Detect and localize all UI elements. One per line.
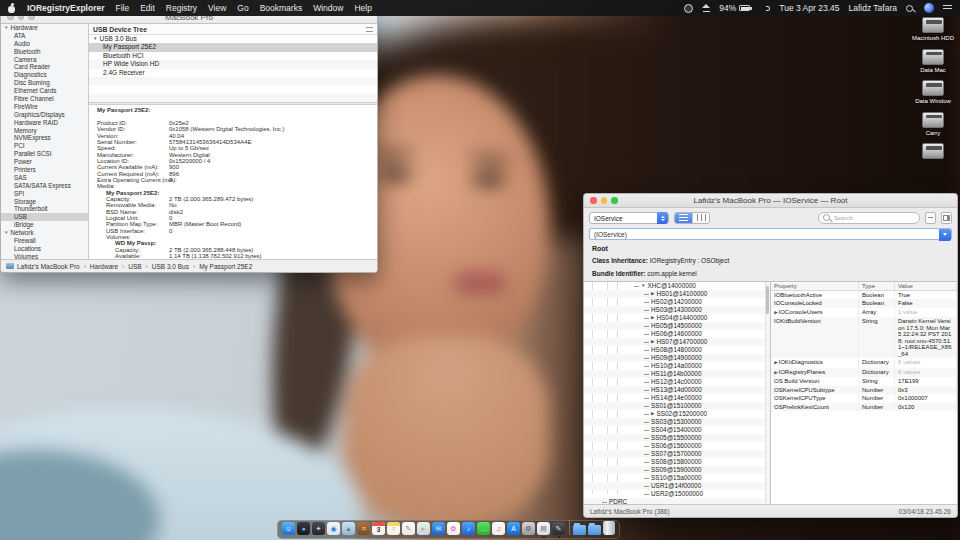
window-titlebar[interactable]: Lafidz's MacBook Pro — IOService — Root [584, 194, 957, 208]
io-tree-row-hs01-14100000[interactable]: ▶HS01@14100000 [584, 290, 770, 298]
apple-menu-icon[interactable] [8, 4, 16, 13]
io-tree-row-ss01-15100000[interactable]: SS01@15100000 [584, 402, 770, 410]
disclosure-triangle-icon[interactable]: ▼ [4, 24, 8, 32]
sidebar-item-graphics-displays[interactable]: Graphics/Displays [1, 111, 88, 119]
sidebar-item-spi[interactable]: SPI [1, 190, 88, 198]
disclosure-triangle-icon[interactable]: ▼ [93, 35, 97, 43]
column-header-type[interactable]: Type [859, 282, 895, 290]
column-header-property[interactable]: Property [771, 282, 859, 290]
io-tree-row-hs04-14400000[interactable]: ▶HS04@14400000 [584, 314, 770, 322]
list-view-button[interactable] [675, 213, 692, 223]
io-tree-row-hs02-14200000[interactable]: HS02@14200000 [584, 298, 770, 306]
usb-tree-row-usb-3-0-bus[interactable]: ▼USB 3.0 Bus [89, 35, 377, 43]
scrollbar[interactable] [765, 282, 770, 504]
menu-extra-icon[interactable] [684, 4, 693, 13]
dock-item-maps[interactable]: ▸ [417, 522, 430, 535]
disclosure-triangle-icon[interactable]: ▼ [641, 282, 645, 290]
dock-item-launchpad[interactable]: ✦ [312, 522, 325, 535]
table-row-ioregistryplanes[interactable]: ▶IORegistryPlanesDictionary6 values [771, 368, 957, 378]
usb-tree-row-hp-wide-vision-hd[interactable]: HP Wide Vision HD [89, 60, 377, 68]
combobox-dropdown-icon[interactable] [939, 229, 951, 241]
disclosure-triangle-icon[interactable]: ▶ [774, 370, 777, 375]
dock-item-trash[interactable] [603, 521, 615, 535]
sidebar-item-printers[interactable]: Printers [1, 166, 88, 174]
desktop-icon-macintosh-hdd[interactable]: Macintosh HDD [912, 17, 954, 42]
io-tree-row-ss06-15600000[interactable]: SS06@15600000 [584, 442, 770, 450]
sidebar-item-diagnostics[interactable]: Diagnostics [1, 71, 88, 79]
sidebar-item-ibridge[interactable]: iBridge [1, 221, 88, 229]
io-tree-row-ss03-15300000[interactable]: SS03@15300000 [584, 418, 770, 426]
eject-icon[interactable] [702, 4, 710, 12]
dock-item-folder-downloads[interactable] [588, 525, 601, 535]
dock-item-music[interactable]: ♫ [492, 522, 505, 535]
sidebar-item-power[interactable]: Power [1, 158, 88, 166]
dock-item-contacts[interactable]: ≡ [357, 522, 370, 535]
sidebar-item-storage[interactable]: Storage [1, 198, 88, 206]
sidebar-item-card-reader[interactable]: Card Reader [1, 63, 88, 71]
zoom-button[interactable] [611, 197, 618, 204]
sidebar-item-disc-burning[interactable]: Disc Burning [1, 79, 88, 87]
menu-bookmarks[interactable]: Bookmarks [260, 3, 303, 13]
io-tree-row-hs12-14c00000[interactable]: HS12@14c00000 [584, 378, 770, 386]
dock-item-calendar[interactable]: 3 [372, 522, 385, 535]
io-tree-row-hs10-14a00000[interactable]: HS10@14a00000 [584, 362, 770, 370]
sidebar-item-sata-sata-express[interactable]: SATA/SATA Express [1, 182, 88, 190]
usb-tree-row-2-4g-receiver[interactable]: 2.4G Receiver [89, 69, 377, 77]
dock-item-script-editor[interactable]: ✎ [552, 522, 565, 535]
sidebar-item-hardware-raid[interactable]: Hardware RAID [1, 119, 88, 127]
sidebar-item-sas[interactable]: SAS [1, 174, 88, 182]
scrollbar-thumb[interactable] [766, 286, 769, 314]
column-header-value[interactable]: Value [895, 282, 957, 290]
sidebar-item-hardware[interactable]: ▼Hardware [1, 24, 88, 32]
path-segment-my-passport-25e2[interactable]: My Passport 25E2 [199, 263, 252, 270]
desktop-icon-data-mac[interactable]: Data Mac [920, 49, 946, 74]
table-row-oskernelcpusubtype[interactable]: OSKernelCPUSubtypeNumber0x3 [771, 386, 957, 395]
sidebar-item-memory[interactable]: Memory [1, 127, 88, 135]
sidebar-item-network[interactable]: ▼Network [1, 229, 88, 237]
table-row-oskernelcputype[interactable]: OSKernelCPUTypeNumber0x1000007 [771, 394, 957, 403]
io-tree-row-hs03-14300000[interactable]: HS03@14300000 [584, 306, 770, 314]
usb-tree-row-my-passport-25e2[interactable]: My Passport 25E2 [89, 43, 377, 51]
column-view-button[interactable] [692, 213, 709, 223]
plane-filter-combobox[interactable]: (IOService) [589, 228, 952, 240]
dock-item-ioregistryexplorer[interactable]: ▤ [537, 522, 550, 535]
disclosure-triangle-icon[interactable]: ▶ [774, 310, 777, 315]
menu-registry[interactable]: Registry [166, 3, 197, 13]
path-segment-usb[interactable]: USB [128, 263, 141, 270]
volume-icon[interactable] [759, 4, 770, 12]
remove-button[interactable] [925, 212, 936, 224]
disclosure-triangle-icon[interactable]: ▶ [651, 314, 654, 322]
inspector-toggle-button[interactable] [941, 212, 952, 224]
io-tree-row-usr1-14f00000[interactable]: USR1@14f00000 [584, 482, 770, 490]
sidebar-item-usb[interactable]: USB [1, 213, 88, 221]
io-tree-row-ss08-15800000[interactable]: SS08@15800000 [584, 458, 770, 466]
dock-item-photos[interactable]: ✿ [447, 522, 460, 535]
table-row-osprelinkkextcount[interactable]: OSPrelinkKextCountNumber0x120 [771, 403, 957, 412]
io-tree-row-ss07-15700000[interactable]: SS07@15700000 [584, 450, 770, 458]
dock-item-messages[interactable]: … [477, 522, 490, 535]
dock-item-system-preferences[interactable]: ⚙ [522, 522, 535, 535]
close-button[interactable] [590, 197, 597, 204]
io-tree-row-hs07-14700000[interactable]: ▶HS07@14700000 [584, 338, 770, 346]
io-tree-row-hs14-14e00000[interactable]: HS14@14e00000 [584, 394, 770, 402]
disclosure-triangle-icon[interactable]: ▼ [4, 229, 8, 237]
menu-help[interactable]: Help [354, 3, 371, 13]
dock-item-preview[interactable]: ▲ [342, 522, 355, 535]
menu-user-name[interactable]: Lafidz Tafara [848, 3, 897, 13]
dock-item-textedit[interactable]: ✎ [402, 522, 415, 535]
header-menu-icon[interactable] [366, 27, 373, 32]
battery-status[interactable]: 94% [719, 3, 750, 13]
search-field[interactable] [818, 212, 920, 224]
io-tree-row-hs11-14b00000[interactable]: HS11@14b00000 [584, 370, 770, 378]
table-row-os-build-version[interactable]: OS Build VersionString17E199 [771, 377, 957, 386]
dock-item-siri[interactable]: ● [297, 522, 310, 535]
io-tree-row-hs05-14500000[interactable]: HS05@14500000 [584, 322, 770, 330]
menu-go[interactable]: Go [237, 3, 248, 13]
dock-item-app-store[interactable]: A [507, 522, 520, 535]
menu-view[interactable]: View [208, 3, 226, 13]
sidebar-item-thunderbolt[interactable]: Thunderbolt [1, 205, 88, 213]
path-segment-usb-3-0-bus[interactable]: USB 3.0 Bus [152, 263, 189, 270]
dock-item-itunes[interactable]: ♪ [462, 522, 475, 535]
io-tree-row-ss04-15400000[interactable]: SS04@15400000 [584, 426, 770, 434]
io-tree-row-hs09-14900000[interactable]: HS09@14900000 [584, 354, 770, 362]
